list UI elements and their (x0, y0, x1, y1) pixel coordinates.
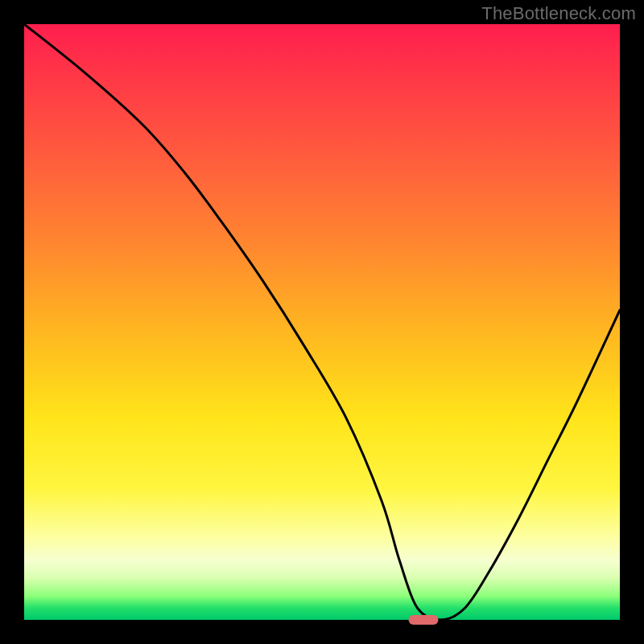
plot-area (24, 24, 620, 620)
bottleneck-curve (24, 24, 620, 620)
chart-frame: TheBottleneck.com (0, 0, 644, 644)
watermark-text: TheBottleneck.com (481, 3, 636, 24)
optimal-marker (408, 615, 438, 625)
